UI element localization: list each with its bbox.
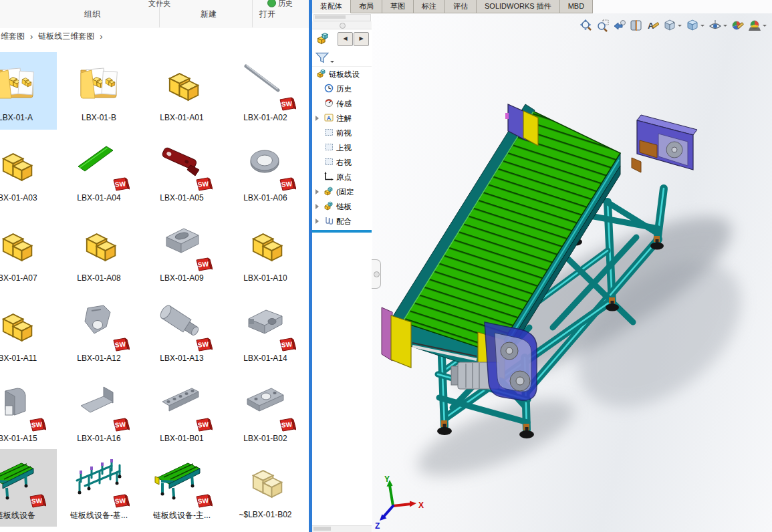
panel-next-button[interactable]: ▶ xyxy=(354,32,369,46)
tree-item-配合[interactable]: 配合 xyxy=(312,214,372,229)
pin-dot xyxy=(340,23,346,29)
history-button[interactable]: 历史 xyxy=(267,0,293,9)
tree-item-传感[interactable]: 传感 xyxy=(312,96,372,111)
file-item[interactable]: LBX-01-A10 xyxy=(224,213,307,290)
tree-item-前视[interactable]: 前视 xyxy=(312,126,372,140)
tree-item-链板线设[interactable]: 链板线设 xyxy=(312,67,372,82)
file-thumbnail: SW xyxy=(236,53,295,112)
file-item[interactable]: SW 链板线设备 xyxy=(0,449,57,527)
filter-funnel-icon xyxy=(315,51,329,63)
file-thumbnail: SW xyxy=(70,374,128,433)
file-item[interactable]: SW LBX-01-A05 xyxy=(140,132,223,210)
tree-item-上视[interactable]: 上视 xyxy=(312,140,372,155)
ribbon-group-label: 组织 xyxy=(79,9,106,20)
tree-item-label: (固定 xyxy=(336,187,354,197)
file-item[interactable]: SW LBX-01-A12 xyxy=(57,293,140,370)
svg-text:SW: SW xyxy=(31,497,43,505)
tab-评估[interactable]: 评估 xyxy=(445,0,477,13)
file-item[interactable]: SW 链板线设备-基... xyxy=(57,449,140,527)
tree-item-链板[interactable]: 链板 xyxy=(312,199,372,214)
breadcrumb-chevron-icon[interactable]: › xyxy=(25,31,37,41)
expand-arrow-icon[interactable] xyxy=(315,189,319,194)
file-name: LBX-01-A15 xyxy=(0,434,57,443)
file-item[interactable]: SW LBX-01-A16 xyxy=(57,373,140,450)
file-item[interactable]: SW LBX-01-A09 xyxy=(140,213,223,290)
tree-item-历史[interactable]: 历史 xyxy=(312,82,372,96)
tree-item-label: 原点 xyxy=(336,172,352,182)
file-thumbnail xyxy=(0,294,45,353)
file-name: LBX-01-A07 xyxy=(0,273,57,283)
tab-MBD[interactable]: MBD xyxy=(560,0,593,13)
panel-bottom-scrollbar[interactable] xyxy=(312,525,372,532)
file-name: LBX-01-A08 xyxy=(57,273,140,283)
tab-SOLIDWORKS 插件[interactable]: SOLIDWORKS 插件 xyxy=(477,0,560,13)
file-item[interactable]: SW LBX-01-A14 xyxy=(224,293,307,370)
tree-item-label: 前视 xyxy=(336,128,352,138)
svg-text:SW: SW xyxy=(197,260,209,269)
history-icon xyxy=(267,0,276,7)
graphics-viewport[interactable]: A xyxy=(372,13,772,532)
tree-item-(固定[interactable]: (固定 xyxy=(312,184,372,199)
breadcrumb-segment[interactable]: 维套图 xyxy=(0,31,25,42)
svg-text:X: X xyxy=(418,501,424,510)
file-item[interactable]: SW LBX-01-A02 xyxy=(224,52,307,130)
file-name: LBX-01-A09 xyxy=(140,273,223,283)
file-item[interactable]: SW LBX-01-A15 xyxy=(0,373,57,450)
tree-item-label: 链板线设 xyxy=(329,70,360,80)
tab-布局[interactable]: 布局 xyxy=(351,0,382,13)
file-item[interactable]: LBX-01-A xyxy=(0,52,57,130)
file-item[interactable]: LBX-01-A08 xyxy=(57,213,140,290)
tree-item-右视[interactable]: 右视 xyxy=(312,155,372,170)
file-item[interactable]: LBX-01-A07 xyxy=(0,213,57,290)
file-item[interactable]: LBX-01-A11 xyxy=(0,293,57,370)
file-thumbnail: SW xyxy=(236,294,295,353)
plane-icon xyxy=(324,142,334,152)
file-item[interactable]: LBX-01-A01 xyxy=(140,52,223,130)
breadcrumb[interactable]: 维套图›链板线三维套图› xyxy=(0,28,309,45)
panel-top-scrollbar[interactable] xyxy=(313,14,371,21)
panel-collapse-handle[interactable] xyxy=(372,259,381,289)
expand-arrow-icon[interactable] xyxy=(315,116,319,121)
file-item[interactable]: SW LBX-01-B01 xyxy=(140,373,223,450)
svg-text:SW: SW xyxy=(31,420,43,429)
reference-triad: Y X Z xyxy=(375,475,424,531)
conveyor-model[interactable]: Y X Z xyxy=(372,13,772,532)
panel-pin-strip[interactable] xyxy=(312,21,372,29)
tree-item-注解[interactable]: A 注解 xyxy=(312,111,372,126)
solidworks-badge-icon: SW xyxy=(195,336,213,353)
file-item[interactable]: SW LBX-01-A04 xyxy=(57,132,140,210)
tree-item-label: 链板 xyxy=(336,202,352,212)
file-item[interactable]: SW LBX-01-B02 xyxy=(224,373,307,450)
file-thumbnail: SW xyxy=(0,450,45,509)
file-name: LBX-01-A04 xyxy=(57,193,140,203)
expand-arrow-icon[interactable] xyxy=(315,219,319,224)
file-name: LBX-01-A10 xyxy=(224,273,307,283)
plane-icon xyxy=(324,127,334,138)
file-item[interactable]: SW 链板线设备-主... xyxy=(140,449,223,527)
tab-草图[interactable]: 草图 xyxy=(382,0,414,13)
tree-filter[interactable] xyxy=(312,49,372,67)
svg-text:SW: SW xyxy=(114,180,126,188)
file-thumbnail: SW xyxy=(152,134,211,192)
origin-icon xyxy=(324,171,334,182)
file-thumbnail: SW xyxy=(152,294,211,353)
assembly-tab-icon[interactable] xyxy=(316,31,330,48)
tree-item-原点[interactable]: 原点 xyxy=(312,170,372,184)
tab-装配体[interactable]: 装配体 xyxy=(312,0,351,13)
panel-prev-button[interactable]: ◀ xyxy=(338,32,353,46)
folder-icon xyxy=(0,58,40,108)
file-item[interactable]: LBX-01-B xyxy=(57,52,140,130)
tree-splitter-bar[interactable] xyxy=(312,230,372,233)
expand-arrow-icon[interactable] xyxy=(315,204,319,209)
file-name: LBX-01-A12 xyxy=(57,354,140,363)
solidworks-badge-icon: SW xyxy=(112,176,130,192)
svg-text:SW: SW xyxy=(197,420,209,429)
breadcrumb-segment[interactable]: 链板线三维套图 xyxy=(37,31,95,42)
tab-标注[interactable]: 标注 xyxy=(414,0,445,13)
file-item[interactable]: ~$LBX-01-B02 xyxy=(224,449,307,527)
file-name: ~$LBX-01-B02 xyxy=(224,510,307,519)
file-item[interactable]: SW LBX-01-A13 xyxy=(140,293,223,370)
file-item[interactable]: LBX-01-A03 xyxy=(0,132,57,210)
file-item[interactable]: SW LBX-01-A06 xyxy=(224,132,307,210)
breadcrumb-chevron-icon[interactable]: › xyxy=(95,31,107,41)
